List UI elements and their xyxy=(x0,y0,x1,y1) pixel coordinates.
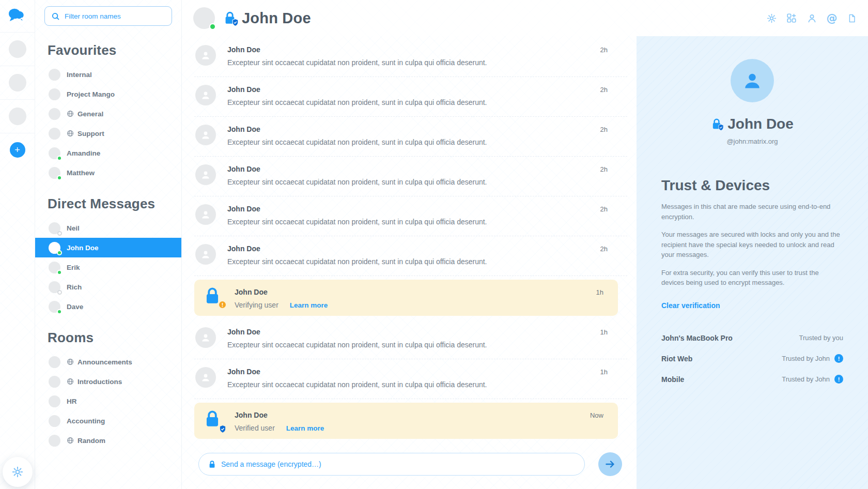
avatar xyxy=(195,327,216,348)
message-author: John Doe xyxy=(227,205,594,213)
avatar xyxy=(49,356,60,368)
lock-warning-icon: ! xyxy=(204,286,223,308)
trust-devices-title: Trust & Devices xyxy=(661,177,843,194)
message-row[interactable]: John Doe Excepteur sint occaecat cupidat… xyxy=(194,117,627,157)
message-timestamp: 2h xyxy=(600,86,608,94)
sidebar-item-general[interactable]: General xyxy=(35,104,181,124)
verification-status: Verified user xyxy=(235,424,275,432)
message-text: Excepteur sint occaecat cupidatat non pr… xyxy=(227,58,594,67)
verified-lock-icon xyxy=(711,118,722,130)
lock-verified-icon xyxy=(204,409,223,431)
sidebar-item-accounting[interactable]: Accounting xyxy=(35,411,181,431)
learn-more-link[interactable]: Learn more xyxy=(290,301,328,309)
room-sidebar: Favourites Internal Project Mango Genera… xyxy=(35,0,182,489)
message-timestamp: 2h xyxy=(600,126,608,133)
add-community-slot: + xyxy=(0,133,35,166)
avatar xyxy=(49,281,60,293)
room-avatar xyxy=(193,7,215,29)
send-button[interactable] xyxy=(598,452,622,476)
sidebar-item-internal[interactable]: Internal xyxy=(35,65,181,84)
avatar xyxy=(9,40,26,58)
avatar xyxy=(49,128,60,140)
clear-verification-link[interactable]: Clear verification xyxy=(661,301,720,310)
info-icon[interactable]: ! xyxy=(834,354,843,363)
chat-bubbles-icon xyxy=(8,8,27,24)
sidebar-item-erik[interactable]: Erik xyxy=(35,257,181,277)
avatar xyxy=(49,415,60,427)
section-title-favourites: Favourites xyxy=(35,29,181,65)
avatar xyxy=(195,164,216,185)
message-text: Excepteur sint occaecat cupidatat non pr… xyxy=(227,178,594,186)
room-settings-button[interactable] xyxy=(766,12,777,24)
message-row[interactable]: John Doe Excepteur sint occaecat cupidat… xyxy=(194,157,627,196)
sidebar-item-introductions[interactable]: Introductions xyxy=(35,372,181,391)
presence-online-dot xyxy=(57,156,62,161)
member-info-panel: John Doe @john:matrix.org Trust & Device… xyxy=(637,36,868,489)
message-timestamp: Now xyxy=(590,411,603,419)
message-author: John Doe xyxy=(227,45,594,54)
message-row[interactable]: John Doe Excepteur sint occaecat cupidat… xyxy=(194,196,627,236)
grid-plus-icon xyxy=(786,12,797,24)
verification-status: Verifying user xyxy=(235,301,278,309)
info-icon[interactable]: ! xyxy=(834,375,843,384)
file-icon xyxy=(847,13,857,24)
message-author: John Doe xyxy=(227,165,594,173)
sidebar-item-dave[interactable]: Dave xyxy=(35,297,181,316)
add-community-button[interactable]: + xyxy=(10,142,25,158)
room-label: Announcements xyxy=(78,358,132,366)
composer-bar xyxy=(182,444,637,489)
room-label: Amandine xyxy=(67,149,100,157)
message-text: Excepteur sint occaecat cupidatat non pr… xyxy=(227,380,594,389)
sidebar-item-matthew[interactable]: Matthew xyxy=(35,163,181,182)
community-avatar-1[interactable] xyxy=(0,32,35,66)
avatar xyxy=(49,222,60,234)
main-area: John Doe @ John Doe Excepteur sint occae… xyxy=(182,0,868,489)
sidebar-item-rich[interactable]: Rich xyxy=(35,277,181,297)
sidebar-item-hr[interactable]: HR xyxy=(35,391,181,411)
verification-event-row[interactable]: ! John Doe Verifying user Learn more 1h xyxy=(194,280,618,316)
room-label: John Doe xyxy=(67,244,99,252)
sidebar-item-support[interactable]: Support xyxy=(35,124,181,143)
message-list[interactable]: John Doe Excepteur sint occaecat cupidat… xyxy=(182,36,637,444)
community-avatar-3[interactable] xyxy=(0,99,35,133)
room-label: Support xyxy=(78,130,104,137)
message-author: John Doe xyxy=(227,125,594,133)
add-widget-button[interactable] xyxy=(786,12,797,24)
device-trust-status: Trusted by you xyxy=(799,334,843,342)
message-input[interactable] xyxy=(221,460,575,468)
verified-event-row[interactable]: John Doe Verified user Learn more Now xyxy=(194,403,618,439)
section-title-rooms: Rooms xyxy=(35,316,181,352)
sidebar-item-neil[interactable]: Neil xyxy=(35,218,181,238)
community-avatar-2[interactable] xyxy=(0,66,35,99)
shield-badge-icon xyxy=(219,425,226,433)
chat-timeline: John Doe Excepteur sint occaecat cupidat… xyxy=(182,36,637,489)
app-window: + Favourites Internal xyxy=(0,0,868,489)
settings-fab-button[interactable] xyxy=(3,457,33,487)
gear-icon xyxy=(766,13,777,24)
sidebar-item-random[interactable]: Random xyxy=(35,431,181,450)
avatar xyxy=(195,244,216,265)
device-row-mobile: Mobile Trusted by John ! xyxy=(661,369,843,390)
sidebar-item-amandine[interactable]: Amandine xyxy=(35,143,181,163)
message-row[interactable]: John Doe Excepteur sint occaecat cupidat… xyxy=(194,37,627,77)
message-row[interactable]: John Doe Excepteur sint occaecat cupidat… xyxy=(194,77,627,117)
avatar xyxy=(195,125,216,145)
app-logo[interactable] xyxy=(0,0,35,32)
avatar xyxy=(49,242,60,254)
learn-more-link[interactable]: Learn more xyxy=(286,424,324,432)
message-row[interactable]: John Doe Excepteur sint occaecat cupidat… xyxy=(194,236,627,276)
files-button[interactable] xyxy=(846,12,858,24)
sidebar-item-announcements[interactable]: Announcements xyxy=(35,352,181,372)
message-row[interactable]: John Doe Excepteur sint occaecat cupidat… xyxy=(194,359,627,399)
avatar xyxy=(49,435,60,447)
sidebar-item-john-doe-selected[interactable]: John Doe xyxy=(35,238,181,257)
mentions-button[interactable]: @ xyxy=(826,12,838,24)
profile-avatar xyxy=(731,59,774,102)
sidebar-item-project-mango[interactable]: Project Mango xyxy=(35,84,181,104)
room-filter-input[interactable] xyxy=(65,12,165,20)
trust-paragraph: Messages in this chat are made secure us… xyxy=(661,202,843,222)
members-button[interactable] xyxy=(806,12,817,24)
message-text: Excepteur sint occaecat cupidatat non pr… xyxy=(227,257,594,266)
message-row[interactable]: John Doe Excepteur sint occaecat cupidat… xyxy=(194,319,627,359)
message-timestamp: 2h xyxy=(600,46,608,54)
